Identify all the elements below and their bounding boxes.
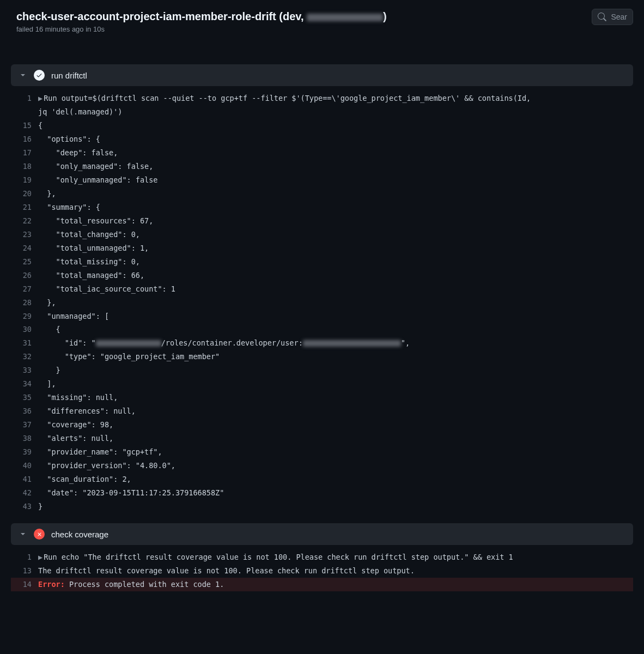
log-line: 18 "only_managed": false,: [11, 160, 633, 173]
subtitle: failed 16 minutes ago in 10s: [16, 25, 592, 33]
log-line: 22 "total_resources": 67,: [11, 214, 633, 228]
log-line: 25 "total_missing": 0,: [11, 255, 633, 269]
line-number: 32: [11, 350, 38, 364]
line-content: "options": {: [38, 132, 633, 146]
line-number: 13: [11, 564, 38, 578]
line-number: 39: [11, 445, 38, 459]
status-success-icon: [34, 70, 45, 81]
log-line: 17 "deep": false,: [11, 146, 633, 160]
line-number: 34: [11, 377, 38, 391]
line-content: "missing": null,: [38, 391, 633, 404]
line-content: },: [38, 187, 633, 201]
line-content: {: [38, 119, 633, 132]
disclosure-triangle-icon[interactable]: ▶: [38, 94, 42, 102]
log-line: 33 }: [11, 364, 633, 377]
line-number: 38: [11, 432, 38, 445]
line-number: 18: [11, 160, 38, 173]
step-run-driftctl-title: run driftctl: [51, 71, 87, 80]
search-placeholder: Sear: [611, 13, 627, 21]
line-content: "summary": {: [38, 201, 633, 214]
search-input[interactable]: Sear: [592, 9, 633, 25]
line-content: "id": "/roles/container.developer/user:"…: [38, 336, 633, 350]
log-line: 37 "coverage": 98,: [11, 418, 633, 432]
error-label: Error:: [38, 580, 65, 589]
line-content: "total_resources": 67,: [38, 214, 633, 228]
line-number: 27: [11, 282, 38, 296]
line-content: "only_unmanaged": false: [38, 173, 633, 187]
line-content: "total_changed": 0,: [38, 228, 633, 241]
line-content: ▶Run echo "The driftctl result coverage …: [38, 550, 633, 564]
line-content: "only_managed": false,: [38, 160, 633, 173]
log-line: 26 "total_managed": 66,: [11, 269, 633, 282]
redacted-text: [96, 340, 161, 347]
log-line: 27 "total_iac_source_count": 1: [11, 282, 633, 296]
line-number: 17: [11, 146, 38, 160]
line-number: 16: [11, 132, 38, 146]
log-line: jq 'del(.managed)'): [11, 105, 633, 119]
log-check-coverage: 1▶Run echo "The driftctl result coverage…: [0, 548, 644, 598]
line-number: 20: [11, 187, 38, 201]
step-check-coverage-title: check coverage: [51, 530, 108, 539]
log-line: 1▶Run output=$(driftctl scan --quiet --t…: [11, 92, 633, 105]
log-line: 32 "type": "google_project_iam_member": [11, 350, 633, 364]
line-number: 31: [11, 336, 38, 350]
line-number: 41: [11, 473, 38, 486]
log-line: 43}: [11, 500, 633, 513]
chevron-down-icon: [19, 530, 27, 538]
line-content: "total_missing": 0,: [38, 255, 633, 269]
line-content: }: [38, 364, 633, 377]
redacted-title-part: [307, 14, 383, 21]
log-line: 36 "differences": null,: [11, 404, 633, 418]
line-content: "total_iac_source_count": 1: [38, 282, 633, 296]
log-run-driftctl: 1▶Run output=$(driftctl scan --quiet --t…: [0, 89, 644, 520]
line-content: Error: Process completed with exit code …: [38, 578, 633, 591]
line-number: 1: [11, 550, 38, 564]
line-number: 43: [11, 500, 38, 513]
line-number: 33: [11, 364, 38, 377]
log-line: 35 "missing": null,: [11, 391, 633, 404]
line-content: },: [38, 296, 633, 310]
log-line: 24 "total_unmanaged": 1,: [11, 241, 633, 255]
log-line: 28 },: [11, 296, 633, 310]
log-line: 34 ],: [11, 377, 633, 391]
line-content: "scan_duration": 2,: [38, 473, 633, 486]
line-content: "total_unmanaged": 1,: [38, 241, 633, 255]
line-content: "provider_version": "4.80.0",: [38, 459, 633, 473]
disclosure-triangle-icon[interactable]: ▶: [38, 553, 42, 561]
log-line: 16 "options": {: [11, 132, 633, 146]
line-content: "unmanaged": [: [38, 310, 633, 323]
line-content: "type": "google_project_iam_member": [38, 350, 633, 364]
line-content: "provider_name": "gcp+tf",: [38, 445, 633, 459]
line-number: 21: [11, 201, 38, 214]
log-line: 29 "unmanaged": [: [11, 310, 633, 323]
line-content: The driftctl result coverage value is no…: [38, 564, 633, 578]
previous-step-row[interactable]: [0, 42, 644, 61]
line-number: 1: [11, 92, 38, 105]
line-number: 15: [11, 119, 38, 132]
line-content: "coverage": 98,: [38, 418, 633, 432]
line-content: jq 'del(.managed)'): [38, 105, 633, 119]
log-line: 14Error: Process completed with exit cod…: [11, 578, 633, 591]
line-content: "deep": false,: [38, 146, 633, 160]
line-number: 40: [11, 459, 38, 473]
log-line: 21 "summary": {: [11, 201, 633, 214]
line-number: 14: [11, 578, 38, 591]
search-icon: [598, 13, 606, 21]
line-content: {: [38, 323, 633, 336]
log-line: 42 "date": "2023-09-15T11:17:25.37916685…: [11, 486, 633, 500]
line-number: 25: [11, 255, 38, 269]
title-prefix: check-user-account-project-iam-member-ro…: [16, 10, 307, 22]
line-number: 35: [11, 391, 38, 404]
title-suffix: ): [383, 10, 387, 22]
line-content: "differences": null,: [38, 404, 633, 418]
line-number: 30: [11, 323, 38, 336]
line-content: ],: [38, 377, 633, 391]
log-line: 30 {: [11, 323, 633, 336]
status-error-icon: [34, 529, 45, 540]
step-run-driftctl-header[interactable]: run driftctl: [11, 64, 633, 86]
page-title: check-user-account-project-iam-member-ro…: [16, 9, 592, 24]
log-line: 31 "id": "/roles/container.developer/use…: [11, 336, 633, 350]
step-check-coverage-header[interactable]: check coverage: [11, 523, 633, 545]
chevron-down-icon: [19, 71, 27, 80]
line-content: ▶Run output=$(driftctl scan --quiet --to…: [38, 92, 633, 105]
